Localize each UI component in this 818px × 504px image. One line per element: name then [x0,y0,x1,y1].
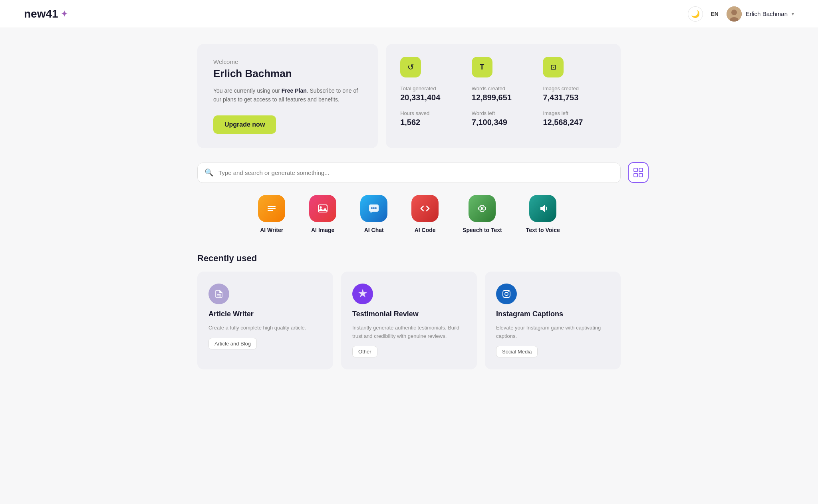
grid-widget-button[interactable] [628,162,649,183]
stat-words-label: Words created [472,85,535,91]
stat-icon-total: ↺ [400,57,464,77]
stat-icon-images: ⊡ [543,57,606,77]
article-writer-desc: Create a fully complete high quality art… [208,324,322,332]
svg-marker-19 [540,205,545,212]
svg-rect-9 [268,210,273,211]
stat-words-created: Words created 12,899,651 [472,85,535,102]
stat-icon-words: T [472,57,535,77]
stat-images-label: Images created [543,85,606,91]
search-area: 🔍 [197,163,621,183]
card-instagram-captions[interactable]: Instagram Captions Elevate your Instagra… [485,272,621,370]
stat-words-left-label: Words left [472,110,535,116]
search-input[interactable] [197,163,621,183]
stat-total-value: 20,331,404 [400,93,464,102]
stat-images-created: Images created 7,431,753 [543,85,606,102]
stat-words-left: Words left 7,100,349 [472,110,535,127]
header: new41 ✦ 🌙 EN Erlich Bachman ▾ [0,0,818,28]
svg-point-21 [361,293,364,295]
svg-point-17 [478,207,482,210]
feature-ai-writer[interactable]: AI Writer [258,195,285,233]
total-generated-icon: ↺ [400,57,421,77]
chevron-down-icon: ▾ [792,11,794,17]
recently-used-cards: Article Writer Create a fully complete h… [197,272,621,370]
stat-hours-value: 1,562 [400,118,464,127]
svg-rect-4 [639,168,643,172]
svg-rect-7 [268,206,276,207]
language-selector[interactable]: EN [711,11,719,17]
testimonial-review-desc: Instantly generate authentic testimonial… [352,324,466,341]
stat-images-left: Images left 12,568,247 [543,110,606,127]
testimonial-review-badge: Other [352,346,377,357]
dark-mode-button[interactable]: 🌙 [688,6,703,22]
user-name: Erlich Bachman [746,10,788,17]
svg-rect-5 [634,173,637,177]
header-right: 🌙 EN Erlich Bachman ▾ [688,6,794,22]
svg-point-13 [371,207,373,209]
ai-writer-icon [258,195,285,222]
features-row: AI Writer AI Image [197,195,621,233]
feature-ai-code[interactable]: AI Code [411,195,439,233]
svg-point-14 [373,207,375,209]
instagram-captions-icon [496,284,517,304]
stat-total-label: Total generated [400,85,464,91]
stat-hours-saved: Hours saved 1,562 [400,110,464,127]
svg-point-23 [505,292,508,296]
ai-chat-icon [360,195,387,222]
images-created-icon: ⊡ [543,57,564,77]
svg-rect-10 [318,205,327,212]
testimonial-review-title: Testimonial Review [352,310,466,318]
svg-rect-3 [634,168,637,172]
feature-ai-chat[interactable]: AI Chat [360,195,387,233]
svg-point-18 [482,207,486,210]
welcome-card: Welcome Erlich Bachman You are currently… [197,44,378,148]
main-content: Welcome Erlich Bachman You are currently… [189,28,629,385]
stat-images-left-value: 12,568,247 [543,118,606,127]
svg-rect-8 [268,208,276,209]
search-icon: 🔍 [204,168,213,177]
user-menu[interactable]: Erlich Bachman ▾ [727,6,794,22]
card-article-writer[interactable]: Article Writer Create a fully complete h… [197,272,333,370]
speech-to-text-label: Speech to Text [463,227,502,233]
logo-text: new41 [24,8,58,20]
logo-spark-icon: ✦ [61,9,68,19]
stat-words-left-value: 7,100,349 [472,118,535,127]
recently-used-section: Recently used Article Writer Create a fu… [197,253,621,370]
stat-total-generated: Total generated 20,331,404 [400,85,464,102]
article-writer-title: Article Writer [208,310,322,318]
ai-code-icon [411,195,439,222]
stat-images-value: 7,431,753 [543,93,606,102]
words-created-icon: T [472,57,492,77]
testimonial-review-icon [352,284,373,304]
stats-card: ↺ T ⊡ Total generated 20,331,404 Words c… [386,44,621,148]
welcome-label: Welcome [213,58,362,65]
article-writer-icon [208,284,229,304]
ai-code-label: AI Code [415,227,436,233]
feature-speech-to-text[interactable]: Speech to Text [463,195,502,233]
welcome-description: You are currently using our Free Plan. S… [213,86,362,104]
upgrade-button[interactable]: Upgrade now [213,115,276,134]
svg-point-1 [731,10,737,15]
svg-marker-16 [370,212,373,213]
svg-rect-6 [639,173,643,177]
feature-ai-image[interactable]: AI Image [309,195,336,233]
ai-writer-label: AI Writer [260,227,283,233]
card-testimonial-review[interactable]: Testimonial Review Instantly generate au… [341,272,477,370]
instagram-captions-desc: Elevate your Instagram game with captiva… [496,324,610,341]
ai-image-label: AI Image [311,227,334,233]
instagram-captions-badge: Social Media [496,346,538,357]
avatar [727,6,742,22]
instagram-captions-title: Instagram Captions [496,310,610,318]
article-writer-badge: Article and Blog [208,338,257,349]
plan-name: Free Plan [282,87,307,94]
feature-text-to-voice[interactable]: Text to Voice [526,195,560,233]
welcome-name: Erlich Bachman [213,67,362,80]
svg-point-24 [508,291,509,292]
stat-hours-label: Hours saved [400,110,464,116]
speech-to-text-icon [469,195,496,222]
svg-point-11 [320,206,322,208]
text-to-voice-label: Text to Voice [526,227,560,233]
stat-words-value: 12,899,651 [472,93,535,102]
recently-used-title: Recently used [197,253,621,264]
svg-point-15 [375,207,377,209]
ai-chat-label: AI Chat [364,227,384,233]
